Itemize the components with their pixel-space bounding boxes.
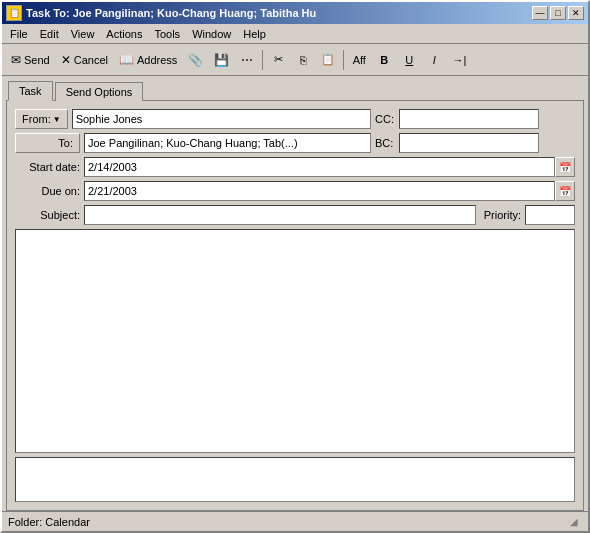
to-label: To: (58, 137, 73, 149)
underline-label: U (405, 54, 413, 66)
due-date-row: Due on: 📅 (15, 181, 575, 201)
status-bar: Folder: Calendar ◢ (2, 511, 588, 531)
bold-label: B (380, 54, 388, 66)
tab-task[interactable]: Task (8, 81, 53, 101)
maximize-button[interactable]: □ (550, 6, 566, 20)
paste-button[interactable]: 📋 (316, 48, 340, 72)
address-icon: 📖 (119, 53, 134, 67)
attach-button[interactable]: 📎 (183, 48, 208, 72)
bc-section: BC: (375, 133, 575, 153)
title-bar-left: 📋 Task To: Joe Pangilinan; Kuo-Chang Hua… (6, 5, 316, 21)
title-buttons: — □ ✕ (532, 6, 584, 20)
send-label: Send (24, 54, 50, 66)
indent-button[interactable]: →| (447, 48, 471, 72)
from-label: From: (22, 113, 51, 125)
window-icon: 📋 (6, 5, 22, 21)
minimize-button[interactable]: — (532, 6, 548, 20)
underline-button[interactable]: U (397, 48, 421, 72)
subject-input[interactable] (84, 205, 476, 225)
status-text: Folder: Calendar (8, 516, 90, 528)
priority-input[interactable] (525, 205, 575, 225)
address-label: Address (137, 54, 177, 66)
bc-label: BC: (375, 137, 395, 149)
subject-label: Subject: (15, 209, 80, 221)
cc-input[interactable] (399, 109, 539, 129)
bc-input[interactable] (399, 133, 539, 153)
priority-label: Priority: (484, 209, 521, 221)
title-bar: 📋 Task To: Joe Pangilinan; Kuo-Chang Hua… (2, 2, 588, 24)
menu-window[interactable]: Window (186, 26, 237, 42)
font-button[interactable]: Aff (347, 48, 371, 72)
window-title: Task To: Joe Pangilinan; Kuo-Chang Huang… (26, 7, 316, 19)
font-label: Aff (353, 54, 366, 66)
tab-send-options[interactable]: Send Options (55, 82, 144, 101)
cut-icon: ✂ (274, 53, 283, 66)
menu-tools[interactable]: Tools (148, 26, 186, 42)
more-icon: ⋯ (241, 53, 253, 67)
address-button[interactable]: 📖 Address (114, 48, 182, 72)
send-icon: ✉ (11, 53, 21, 67)
cc-section: CC: (375, 109, 575, 129)
resize-grip: ◢ (570, 516, 582, 528)
menu-bar: File Edit View Actions Tools Window Help (2, 24, 588, 44)
toolbar: ✉ Send ✕ Cancel 📖 Address 📎 💾 ⋯ ✂ ⎘ 📋 (2, 44, 588, 76)
cut-button[interactable]: ✂ (266, 48, 290, 72)
italic-button[interactable]: I (422, 48, 446, 72)
start-date-row: Start date: 📅 (15, 157, 575, 177)
tab-bar: Task Send Options (2, 76, 588, 100)
menu-actions[interactable]: Actions (100, 26, 148, 42)
notes-area[interactable] (15, 457, 575, 502)
cancel-label: Cancel (74, 54, 108, 66)
calendar-icon: 📅 (559, 162, 571, 173)
cancel-button[interactable]: ✕ Cancel (56, 48, 113, 72)
body-area[interactable] (15, 229, 575, 453)
bold-button[interactable]: B (372, 48, 396, 72)
send-button[interactable]: ✉ Send (6, 48, 55, 72)
indent-label: →| (452, 54, 466, 66)
more-button[interactable]: ⋯ (235, 48, 259, 72)
from-row: From: ▼ CC: (15, 109, 575, 129)
calendar-icon-2: 📅 (559, 186, 571, 197)
to-button[interactable]: To: (15, 133, 80, 153)
subject-row: Subject: Priority: (15, 205, 575, 225)
close-button[interactable]: ✕ (568, 6, 584, 20)
to-row: To: BC: (15, 133, 575, 153)
italic-label: I (433, 54, 436, 66)
main-window: 📋 Task To: Joe Pangilinan; Kuo-Chang Hua… (0, 0, 590, 533)
separator-1 (262, 50, 263, 70)
copy-button[interactable]: ⎘ (291, 48, 315, 72)
due-date-input[interactable] (84, 181, 555, 201)
start-date-wrapper: 📅 (84, 157, 575, 177)
from-input[interactable] (72, 109, 371, 129)
menu-edit[interactable]: Edit (34, 26, 65, 42)
due-date-calendar-button[interactable]: 📅 (555, 181, 575, 201)
from-dropdown-button[interactable]: From: ▼ (15, 109, 68, 129)
copy-icon: ⎘ (300, 54, 307, 66)
content-area: From: ▼ CC: To: BC: Start date: (6, 100, 584, 511)
attach-icon: 📎 (188, 53, 203, 67)
start-date-input[interactable] (84, 157, 555, 177)
cancel-icon: ✕ (61, 53, 71, 67)
start-date-label: Start date: (15, 161, 80, 173)
from-dropdown-arrow: ▼ (53, 115, 61, 124)
from-select: From: ▼ (15, 109, 68, 129)
start-date-calendar-button[interactable]: 📅 (555, 157, 575, 177)
save-button[interactable]: 💾 (209, 48, 234, 72)
menu-help[interactable]: Help (237, 26, 272, 42)
save-icon: 💾 (214, 53, 229, 67)
paste-icon: 📋 (321, 53, 335, 66)
menu-view[interactable]: View (65, 26, 101, 42)
cc-label: CC: (375, 113, 395, 125)
due-date-label: Due on: (15, 185, 80, 197)
to-input[interactable] (84, 133, 371, 153)
separator-2 (343, 50, 344, 70)
due-date-wrapper: 📅 (84, 181, 575, 201)
menu-file[interactable]: File (4, 26, 34, 42)
